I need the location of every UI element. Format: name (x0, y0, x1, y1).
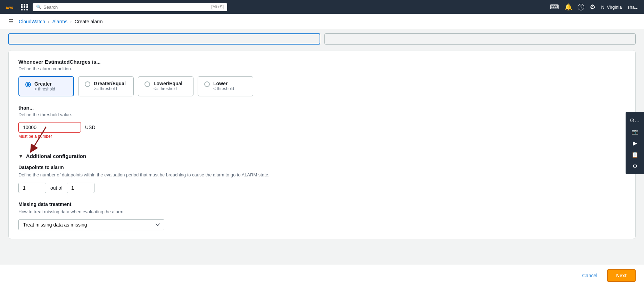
datapoints-section: Datapoints to alarm Define the number of… (18, 165, 626, 193)
svg-text:aws: aws (6, 5, 14, 9)
threshold-value-input[interactable] (18, 122, 81, 133)
terminal-icon[interactable]: ⌨ (550, 3, 559, 11)
menu-icon[interactable]: ☰ (8, 18, 13, 25)
breadcrumb-current: Create alarm (75, 19, 103, 24)
datapoints-title: Datapoints to alarm (18, 165, 626, 170)
radio-greater[interactable] (25, 82, 31, 87)
username: sha... (627, 5, 638, 10)
right-tools-panel: ⊙… 📷 ▶ 📋 ⚙ (626, 112, 644, 174)
option-greater-equal-sub: >= threshold (94, 86, 126, 91)
search-icon: 🔍 (36, 5, 41, 9)
option-greater-equal-label: Greater/Equal (94, 81, 126, 86)
radio-greater-equal[interactable] (85, 81, 90, 87)
aws-logo: aws (6, 3, 17, 10)
search-input[interactable] (43, 5, 209, 10)
missing-data-section: Missing data treatment How to treat miss… (18, 201, 626, 231)
breadcrumb-cloudwatch[interactable]: CloudWatch (19, 19, 45, 24)
option-lower-equal-label: Lower/Equal (154, 81, 182, 86)
nav-icons: ⌨ 🔔 ? ⚙ N. Virginia sha... (550, 3, 638, 11)
than-subtitle: Define the threshold value. (18, 112, 626, 117)
section-divider (18, 146, 626, 146)
threshold-error-message: Must be a number (18, 134, 626, 139)
breadcrumb-sep-1: › (48, 19, 50, 24)
option-greater-sub: > threshold (34, 87, 55, 92)
currency-label: USD (85, 125, 96, 130)
missing-data-select[interactable]: Treat missing data as missing Treat miss… (18, 219, 164, 230)
search-shortcut: [Alt+S] (211, 5, 224, 9)
datapoints-value2-input[interactable] (67, 183, 94, 193)
tool-gear[interactable]: ⚙ (628, 161, 642, 172)
option-lower-equal[interactable]: Lower/Equal <= threshold (138, 76, 193, 96)
missing-data-subtitle: How to treat missing data when evaluatin… (18, 208, 626, 215)
apps-grid-icon[interactable] (21, 4, 28, 10)
condition-radio-group: Greater > threshold Greater/Equal >= thr… (18, 76, 626, 96)
bell-icon[interactable]: 🔔 (564, 3, 572, 11)
top-input-left[interactable] (8, 33, 320, 45)
option-lower-label: Lower (213, 81, 234, 86)
radio-lower[interactable] (204, 81, 210, 87)
breadcrumb-bar: ☰ CloudWatch › Alarms › Create alarm (0, 14, 644, 29)
top-nav: aws 🔍 [Alt+S] ⌨ 🔔 ? ⚙ N. Virginia sha... (0, 0, 644, 14)
additional-config-title: Additional configuration (26, 153, 86, 159)
option-lower-equal-sub: <= threshold (154, 86, 182, 91)
help-icon[interactable]: ? (578, 4, 584, 10)
alarm-condition-card: Whenever EstimatedCharges is... Define t… (8, 50, 636, 239)
top-input-right[interactable] (324, 33, 636, 45)
option-greater-label: Greater (34, 81, 55, 87)
datapoints-row: out of (18, 183, 626, 193)
option-greater-equal[interactable]: Greater/Equal >= threshold (78, 76, 134, 96)
than-title: than... (18, 105, 626, 111)
whenever-section: Whenever EstimatedCharges is... Define t… (18, 59, 626, 96)
option-greater[interactable]: Greater > threshold (18, 76, 74, 96)
out-of-label: out of (50, 185, 63, 191)
threshold-input-row: USD (18, 122, 626, 133)
radio-lower-equal[interactable] (145, 81, 150, 87)
collapse-icon: ▼ (18, 153, 23, 159)
breadcrumb-alarms[interactable]: Alarms (52, 19, 67, 24)
datapoints-value1-input[interactable] (18, 183, 46, 193)
than-section: than... Define the threshold value. USD … (18, 105, 626, 139)
tool-camera[interactable]: 📷 (628, 126, 642, 137)
tool-clipboard[interactable]: 📋 (628, 149, 642, 160)
settings-icon[interactable]: ⚙ (590, 3, 595, 11)
whenever-subtitle: Define the alarm condition. (18, 66, 626, 71)
additional-config-header[interactable]: ▼ Additional configuration (18, 153, 626, 159)
breadcrumb-sep-2: › (70, 19, 72, 24)
option-lower[interactable]: Lower < threshold (198, 76, 253, 96)
missing-data-title: Missing data treatment (18, 201, 626, 207)
tool-dot-menu[interactable]: ⊙… (628, 115, 642, 126)
search-bar[interactable]: 🔍 [Alt+S] (33, 3, 227, 11)
datapoints-description: Define the number of datapoints within t… (18, 172, 626, 178)
option-lower-sub: < threshold (213, 86, 234, 91)
tool-video[interactable]: ▶ (628, 138, 642, 149)
whenever-title: Whenever EstimatedCharges is... (18, 59, 626, 65)
additional-config-section: ▼ Additional configuration Datapoints to… (18, 153, 626, 230)
region-selector[interactable]: N. Virginia (601, 5, 622, 10)
top-inputs-row (8, 33, 636, 45)
